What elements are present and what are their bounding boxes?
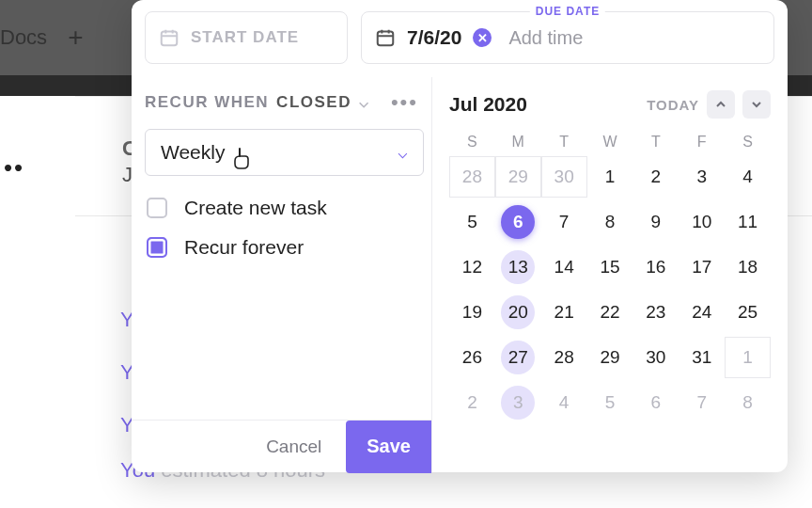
day-number: 21 bbox=[554, 302, 574, 323]
day-number: 12 bbox=[462, 257, 482, 278]
day-number: 3 bbox=[696, 167, 707, 187]
calendar-day[interactable]: 15 bbox=[587, 246, 633, 288]
option-create-new-task[interactable]: Create new task bbox=[147, 197, 424, 219]
calendar-day[interactable]: 21 bbox=[541, 292, 587, 333]
calendar-day[interactable]: 27 bbox=[495, 337, 541, 378]
docs-tab[interactable]: Docs bbox=[0, 25, 60, 50]
calendar-day[interactable]: 2 bbox=[632, 156, 679, 198]
ellipsis-icon[interactable]: •• bbox=[4, 153, 24, 183]
day-number: 28 bbox=[462, 167, 482, 187]
calendar-day[interactable]: 8 bbox=[725, 382, 771, 423]
calendar-day[interactable]: 13 bbox=[495, 246, 541, 288]
day-number: 30 bbox=[554, 167, 574, 187]
calendar-day[interactable]: 23 bbox=[632, 292, 679, 333]
due-date-label: DUE DATE bbox=[530, 5, 605, 18]
day-number: 23 bbox=[646, 302, 665, 323]
day-number: 29 bbox=[508, 167, 528, 187]
calendar-grid: 2829301234567891011121314151617181920212… bbox=[449, 156, 771, 423]
day-number: 2 bbox=[651, 167, 662, 187]
calendar-day[interactable]: 6 bbox=[495, 201, 541, 243]
calendar-day[interactable]: 14 bbox=[541, 246, 587, 288]
calendar-icon bbox=[375, 27, 396, 48]
calendar-day[interactable]: 4 bbox=[725, 156, 771, 198]
calendar-day[interactable]: 7 bbox=[541, 201, 587, 243]
checkbox[interactable] bbox=[147, 237, 167, 258]
calendar-day[interactable]: 31 bbox=[679, 337, 725, 378]
cancel-button[interactable]: Cancel bbox=[251, 429, 336, 465]
calendar-day[interactable]: 28 bbox=[541, 337, 587, 378]
day-number: 16 bbox=[646, 257, 665, 278]
calendar-day[interactable]: 28 bbox=[449, 156, 495, 198]
day-number: 14 bbox=[554, 257, 574, 278]
calendar-day[interactable]: 5 bbox=[587, 382, 633, 423]
calendar-icon bbox=[159, 27, 180, 48]
calendar-day[interactable]: 30 bbox=[541, 156, 587, 198]
recur-state: CLOSED bbox=[276, 93, 351, 112]
day-number: 10 bbox=[692, 212, 711, 232]
recur-header[interactable]: RECUR WHEN CLOSED ⌵ bbox=[145, 92, 424, 112]
calendar-day[interactable]: 10 bbox=[679, 201, 725, 243]
save-button[interactable]: Save bbox=[346, 421, 431, 473]
frequency-select[interactable]: Weekly ⌵ bbox=[145, 129, 424, 176]
calendar-day[interactable]: 18 bbox=[725, 246, 771, 288]
start-date-field[interactable]: START DATE bbox=[145, 11, 348, 64]
day-number: 5 bbox=[467, 212, 477, 232]
calendar-day[interactable]: 8 bbox=[587, 201, 633, 243]
calendar-day[interactable]: 6 bbox=[632, 382, 679, 423]
svg-rect-0 bbox=[162, 32, 178, 46]
calendar-day[interactable]: 22 bbox=[587, 292, 633, 333]
day-number: 17 bbox=[692, 257, 711, 278]
day-number: 3 bbox=[501, 386, 535, 420]
calendar-day[interactable]: 20 bbox=[495, 292, 541, 333]
prev-month-button[interactable] bbox=[707, 90, 735, 119]
dow-label: S bbox=[449, 134, 495, 151]
day-number: 1 bbox=[742, 347, 753, 368]
day-number: 2 bbox=[467, 392, 477, 413]
more-options-icon[interactable]: ••• bbox=[391, 90, 418, 115]
due-date-field[interactable]: DUE DATE 7/6/20 ✕ Add time bbox=[361, 11, 774, 64]
day-number: 25 bbox=[738, 302, 757, 323]
calendar-day[interactable]: 26 bbox=[449, 337, 495, 378]
chevron-down-icon: ⌵ bbox=[359, 92, 370, 112]
calendar-day[interactable]: 4 bbox=[541, 382, 587, 423]
calendar-controls: TODAY bbox=[647, 90, 771, 119]
start-date-placeholder: START DATE bbox=[191, 28, 299, 47]
calendar-day[interactable]: 3 bbox=[679, 156, 725, 198]
calendar-day[interactable]: 19 bbox=[449, 292, 495, 333]
calendar-month-title: Jul 2020 bbox=[449, 93, 527, 116]
calendar-day[interactable]: 12 bbox=[449, 246, 495, 288]
calendar-day[interactable]: 9 bbox=[632, 201, 679, 243]
calendar-day[interactable]: 29 bbox=[587, 337, 633, 378]
day-number: 13 bbox=[501, 250, 535, 284]
plus-icon[interactable]: + bbox=[68, 23, 83, 53]
calendar-day[interactable]: 1 bbox=[725, 337, 771, 378]
today-button[interactable]: TODAY bbox=[647, 97, 699, 113]
calendar-day[interactable]: 24 bbox=[679, 292, 725, 333]
calendar-day[interactable]: 16 bbox=[632, 246, 679, 288]
checkbox[interactable] bbox=[147, 198, 167, 218]
calendar-day[interactable]: 2 bbox=[449, 382, 495, 423]
next-month-button[interactable] bbox=[742, 90, 771, 119]
calendar-day[interactable]: 11 bbox=[725, 201, 771, 243]
calendar-day[interactable]: 17 bbox=[679, 246, 725, 288]
add-time-button[interactable]: Add time bbox=[508, 27, 583, 49]
calendar-day[interactable]: 30 bbox=[632, 337, 679, 378]
clear-due-date-button[interactable]: ✕ bbox=[473, 28, 492, 47]
day-number: 7 bbox=[696, 392, 707, 413]
calendar-day[interactable]: 5 bbox=[449, 201, 495, 243]
option-recur-forever[interactable]: Recur forever bbox=[147, 236, 424, 259]
dow-label: S bbox=[725, 134, 771, 151]
day-number: 8 bbox=[742, 392, 753, 413]
day-number: 1 bbox=[605, 167, 616, 187]
calendar-day[interactable]: 3 bbox=[495, 382, 541, 423]
day-number: 31 bbox=[692, 347, 711, 368]
calendar-day[interactable]: 7 bbox=[679, 382, 725, 423]
modal-footer: Cancel Save bbox=[132, 420, 431, 472]
calendar-day[interactable]: 29 bbox=[495, 156, 541, 198]
day-number: 22 bbox=[600, 302, 619, 323]
calendar-day[interactable]: 25 bbox=[725, 292, 771, 333]
calendar-day[interactable]: 1 bbox=[587, 156, 633, 198]
day-number: 4 bbox=[559, 392, 570, 413]
calendar-pane: Jul 2020 TODAY S M T W T F S 28293012345… bbox=[432, 77, 788, 472]
day-number: 26 bbox=[462, 347, 482, 368]
